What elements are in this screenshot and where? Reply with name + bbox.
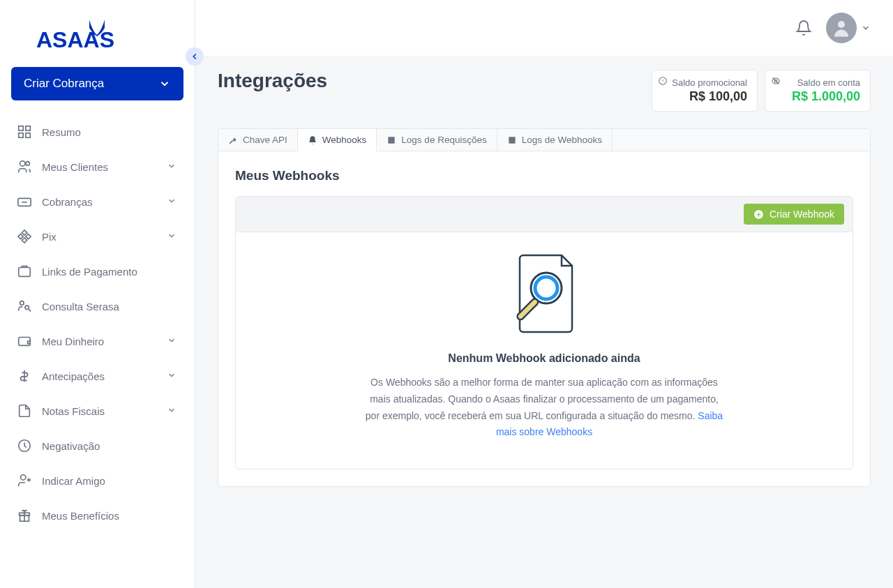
sidebar-item-resumo[interactable]: Resumo bbox=[6, 114, 189, 149]
balance-label: Saldo promocional bbox=[662, 77, 747, 88]
bell-icon bbox=[308, 135, 317, 145]
chevron-down-icon bbox=[167, 231, 178, 242]
sidebar-item-links[interactable]: Links de Pagamento bbox=[6, 254, 189, 289]
tab-label: Logs de Webhooks bbox=[522, 135, 602, 145]
topbar bbox=[195, 0, 893, 56]
pix-icon bbox=[17, 229, 32, 244]
section-title: Meus Webhooks bbox=[235, 168, 853, 183]
avatar bbox=[826, 13, 857, 43]
sidebar-item-serasa[interactable]: Consulta Serasa bbox=[6, 289, 189, 324]
dashboard-icon bbox=[17, 124, 32, 140]
tab-label: Webhooks bbox=[322, 135, 367, 145]
plus-circle-icon bbox=[753, 209, 764, 220]
page-title: Integrações bbox=[218, 70, 327, 92]
svg-rect-20 bbox=[509, 137, 515, 143]
svg-rect-1 bbox=[19, 126, 23, 130]
balance-value: R$ 1.000,00 bbox=[775, 89, 860, 104]
notifications-icon[interactable] bbox=[795, 20, 812, 36]
svg-point-16 bbox=[838, 21, 845, 28]
nav-label: Negativação bbox=[42, 440, 178, 452]
nav-label: Cobranças bbox=[42, 196, 157, 208]
sidebar-item-cobrancas[interactable]: Cobranças bbox=[6, 184, 189, 219]
brand-logo[interactable]: ASAAS bbox=[36, 17, 158, 53]
sidebar: ASAAS Criar Cobrança Resumo Meus Cliente… bbox=[0, 0, 195, 588]
svg-point-13 bbox=[21, 475, 26, 480]
svg-text:ASAAS: ASAAS bbox=[36, 27, 114, 52]
sidebar-nav: Resumo Meus Clientes Cobranças Pix Links… bbox=[0, 114, 195, 533]
empty-description: Os Webhooks são a melhor forma de manter… bbox=[363, 375, 726, 441]
info-icon bbox=[658, 76, 668, 86]
sidebar-item-antecipacoes[interactable]: Antecipações bbox=[6, 359, 189, 393]
tab-label: Chave API bbox=[243, 135, 287, 145]
webhooks-card: Criar Webhook Nen bbox=[235, 196, 853, 469]
list-icon bbox=[387, 135, 396, 145]
sidebar-item-beneficios[interactable]: Meus Benefícios bbox=[6, 498, 189, 533]
eye-off-icon bbox=[771, 76, 781, 86]
wallet-icon bbox=[17, 333, 32, 349]
nav-label: Notas Fiscais bbox=[42, 405, 157, 417]
empty-state: Nenhum Webhook adicionado ainda Os Webho… bbox=[236, 232, 853, 469]
svg-point-9 bbox=[20, 301, 24, 306]
money-icon bbox=[17, 368, 32, 384]
list-icon bbox=[507, 135, 517, 145]
chevron-down-icon bbox=[158, 77, 171, 90]
svg-point-6 bbox=[26, 162, 30, 166]
svg-rect-19 bbox=[389, 137, 395, 143]
balance-card-account[interactable]: Saldo em conta R$ 1.000,00 bbox=[765, 70, 871, 112]
search-person-icon bbox=[17, 299, 32, 314]
svg-rect-8 bbox=[19, 268, 31, 277]
tab-logs-webhooks[interactable]: Logs de Webhooks bbox=[497, 129, 613, 151]
create-webhook-button[interactable]: Criar Webhook bbox=[744, 204, 844, 225]
create-charge-label: Criar Cobrança bbox=[24, 77, 104, 91]
sidebar-item-clientes[interactable]: Meus Clientes bbox=[6, 149, 189, 184]
key-icon bbox=[228, 135, 238, 145]
sidebar-item-dinheiro[interactable]: Meu Dinheiro bbox=[6, 324, 189, 359]
balance-card-promo[interactable]: Saldo promocional R$ 100,00 bbox=[652, 70, 758, 112]
tab-api-key[interactable]: Chave API bbox=[218, 129, 298, 151]
balance-value: R$ 100,00 bbox=[662, 89, 747, 104]
svg-rect-2 bbox=[26, 126, 30, 130]
nav-label: Resumo bbox=[42, 126, 178, 138]
balance-label: Saldo em conta bbox=[775, 77, 860, 88]
sidebar-collapse-toggle[interactable] bbox=[186, 47, 204, 66]
nav-label: Pix bbox=[42, 231, 157, 243]
tabs: Chave API Webhooks Logs de Requisções Lo… bbox=[218, 129, 870, 151]
users-icon bbox=[17, 159, 32, 174]
empty-search-document-icon bbox=[506, 252, 583, 336]
nav-label: Indicar Amigo bbox=[42, 475, 178, 487]
chevron-down-icon bbox=[167, 336, 178, 347]
link-icon bbox=[17, 264, 32, 279]
nav-label: Meus Benefícios bbox=[42, 510, 178, 522]
user-menu[interactable] bbox=[826, 13, 871, 43]
svg-point-10 bbox=[25, 306, 29, 310]
sidebar-item-notas[interactable]: Notas Fiscais bbox=[6, 393, 189, 428]
create-charge-button[interactable]: Criar Cobrança bbox=[11, 67, 183, 100]
nav-label: Links de Pagamento bbox=[42, 266, 178, 278]
chevron-down-icon bbox=[861, 23, 871, 33]
gift-icon bbox=[17, 508, 32, 523]
nav-label: Consulta Serasa bbox=[42, 301, 178, 312]
invoice-icon bbox=[17, 403, 32, 419]
add-user-icon bbox=[17, 473, 32, 488]
billing-icon bbox=[17, 194, 32, 209]
balances: Saldo promocional R$ 100,00 Saldo em con… bbox=[652, 70, 871, 112]
nav-label: Meu Dinheiro bbox=[42, 336, 157, 347]
tab-logs-requests[interactable]: Logs de Requisções bbox=[377, 129, 497, 151]
chevron-down-icon bbox=[167, 196, 178, 207]
logo-area: ASAAS bbox=[0, 0, 195, 67]
content-header: Integrações Saldo promocional R$ 100,00 … bbox=[218, 70, 871, 112]
svg-rect-3 bbox=[19, 133, 23, 137]
sidebar-item-negativacao[interactable]: Negativação bbox=[6, 428, 189, 463]
empty-title: Nenhum Webhook adicionado ainda bbox=[278, 352, 811, 365]
chevron-down-icon bbox=[167, 370, 178, 382]
integrations-panel: Chave API Webhooks Logs de Requisções Lo… bbox=[218, 128, 871, 487]
svg-point-5 bbox=[20, 161, 25, 166]
tab-label: Logs de Requisções bbox=[401, 135, 486, 145]
tab-webhooks[interactable]: Webhooks bbox=[298, 129, 377, 151]
negative-icon bbox=[17, 438, 32, 453]
svg-rect-4 bbox=[26, 133, 30, 137]
sidebar-item-pix[interactable]: Pix bbox=[6, 219, 189, 254]
sidebar-item-indicar[interactable]: Indicar Amigo bbox=[6, 463, 189, 498]
panel-body: Meus Webhooks Criar Webhook bbox=[218, 151, 870, 486]
chevron-down-icon bbox=[167, 405, 178, 416]
